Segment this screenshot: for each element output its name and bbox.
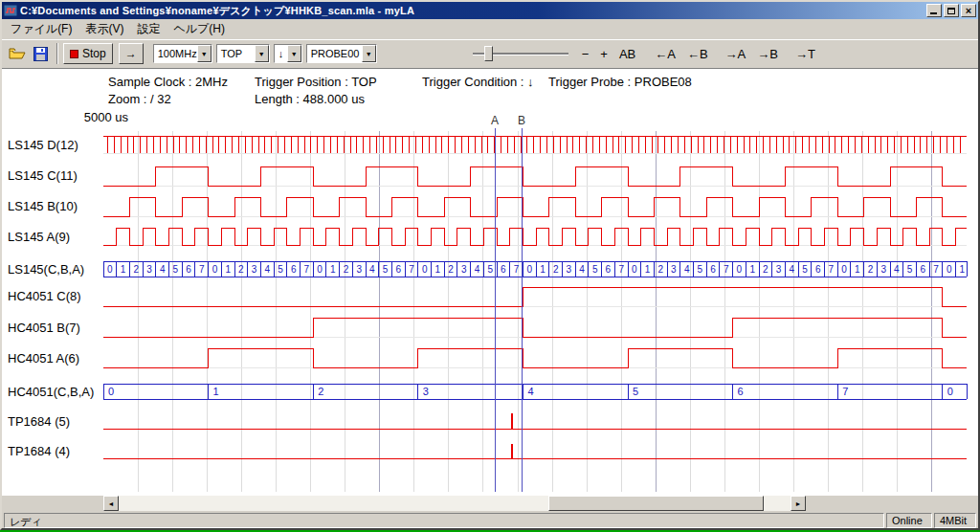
maximize-button[interactable]	[944, 4, 959, 17]
scrollbar-thumb[interactable]	[548, 496, 764, 511]
svg-text:1: 1	[855, 264, 860, 275]
stop-label: Stop	[82, 47, 106, 60]
horizontal-scrollbar[interactable]: ◄ ►	[103, 496, 806, 511]
svg-text:6: 6	[921, 264, 926, 275]
svg-text:4: 4	[369, 264, 375, 275]
sample-clock-select[interactable]: 100MHz ▼	[153, 44, 212, 63]
zoom-ab-button[interactable]: AB	[613, 43, 641, 64]
zoom-in-button[interactable]: +	[594, 43, 613, 64]
svg-text:1: 1	[960, 264, 966, 275]
trigger-position-value: TOP	[217, 45, 255, 62]
svg-text:A: A	[491, 114, 499, 127]
svg-text:6: 6	[738, 386, 744, 397]
svg-text:2: 2	[868, 264, 874, 275]
open-file-button[interactable]	[6, 43, 29, 64]
floppy-disk-icon	[33, 47, 48, 61]
scroll-right-button[interactable]: ►	[791, 496, 806, 511]
minimize-button[interactable]	[926, 4, 942, 17]
svg-text:3: 3	[146, 264, 152, 275]
statusbar: レディ Online 4MBit	[2, 511, 978, 530]
goto-cursor-b-right-button[interactable]: →B	[751, 43, 784, 64]
menu-settings[interactable]: 設定	[130, 19, 167, 39]
svg-text:6: 6	[291, 264, 297, 275]
zoom-out-button[interactable]: −	[576, 43, 595, 64]
svg-text:0: 0	[737, 264, 743, 275]
maximize-icon	[947, 8, 955, 14]
svg-text:0: 0	[212, 264, 218, 275]
channel-label: HC4051(C,B,A)	[8, 385, 94, 399]
channel-label: TP1684 (5)	[8, 414, 70, 429]
scroll-left-button[interactable]: ◄	[103, 496, 119, 511]
svg-text:5: 5	[487, 264, 493, 275]
chevron-down-icon[interactable]: ▼	[255, 45, 269, 62]
svg-text:B: B	[518, 114, 525, 127]
zoom-slider-thumb[interactable]	[484, 46, 493, 61]
svg-text:0: 0	[527, 264, 533, 275]
channel-label: LS145 B(10)	[8, 199, 78, 213]
svg-text:0: 0	[317, 264, 323, 275]
scrollbar-track[interactable]	[119, 496, 791, 511]
svg-text:1: 1	[645, 264, 651, 275]
toolbar: Stop → 100MHz ▼ TOP ▼ ↓ ▼ PROBE00 ▼ − + …	[2, 39, 978, 68]
stop-button[interactable]: Stop	[63, 43, 113, 64]
svg-text:1: 1	[330, 264, 336, 275]
channel-label: HC4051 C(8)	[8, 289, 81, 303]
svg-text:5: 5	[633, 386, 638, 397]
zoom-slider[interactable]	[473, 44, 568, 63]
svg-text:7: 7	[304, 264, 310, 275]
svg-text:7: 7	[842, 386, 848, 397]
svg-text:3: 3	[567, 264, 572, 275]
svg-text:0: 0	[841, 264, 847, 275]
svg-text:4: 4	[475, 264, 480, 275]
svg-text:6: 6	[710, 264, 716, 275]
menu-view[interactable]: 表示(V)	[78, 19, 130, 39]
channel-label: LS145(C,B,A)	[8, 262, 84, 277]
svg-text:2: 2	[553, 264, 559, 275]
svg-text:1: 1	[213, 386, 219, 397]
svg-text:6: 6	[186, 264, 191, 275]
channel-label: LS145 D(12)	[8, 138, 78, 152]
goto-trigger-button[interactable]: →T	[790, 43, 821, 64]
menu-help[interactable]: ヘルプ(H)	[167, 19, 232, 39]
svg-text:3: 3	[356, 264, 362, 275]
svg-text:2: 2	[344, 264, 349, 275]
chevron-down-icon[interactable]: ▼	[362, 45, 376, 62]
waveform-display[interactable]: 0123456701234567012345670123456701234567…	[2, 69, 978, 496]
run-button[interactable]: →	[119, 43, 144, 64]
channel-label: TP1684 (4)	[8, 444, 70, 458]
close-button[interactable]: ×	[961, 4, 976, 17]
trigger-probe-select[interactable]: PROBE00 ▼	[306, 44, 377, 63]
trigger-position-select[interactable]: TOP ▼	[216, 44, 270, 63]
svg-text:0: 0	[107, 264, 113, 275]
svg-text:7: 7	[933, 264, 939, 275]
menubar: ファイル(F) 表示(V) 設定 ヘルプ(H)	[2, 19, 978, 39]
status-online: Online	[886, 513, 932, 528]
trigger-edge-select[interactable]: ↓ ▼	[274, 44, 302, 63]
svg-text:7: 7	[409, 264, 414, 275]
svg-text:1: 1	[749, 264, 755, 275]
svg-text:3: 3	[880, 264, 886, 275]
svg-text:0: 0	[422, 264, 428, 275]
chevron-down-icon[interactable]: ▼	[287, 45, 301, 62]
trigger-edge-value: ↓	[275, 45, 287, 62]
menu-file[interactable]: ファイル(F)	[4, 19, 78, 39]
minimize-icon	[930, 12, 937, 14]
svg-text:1: 1	[540, 264, 546, 275]
goto-cursor-a-right-button[interactable]: →A	[720, 43, 752, 64]
waveform-panel: Sample Clock : 2MHz Trigger Position : T…	[2, 68, 978, 496]
toolbar-separator	[56, 43, 58, 64]
svg-text:3: 3	[423, 386, 429, 397]
titlebar[interactable]: C:¥Documents and Settings¥noname¥デスクトップ¥…	[2, 2, 978, 19]
save-button[interactable]	[29, 43, 52, 64]
channel-label: LS145 C(11)	[8, 168, 78, 183]
app-icon[interactable]	[4, 4, 17, 17]
svg-text:0: 0	[632, 264, 637, 275]
svg-text:6: 6	[606, 264, 612, 275]
chevron-down-icon[interactable]: ▼	[197, 45, 212, 62]
svg-text:7: 7	[618, 264, 624, 275]
goto-cursor-b-left-button[interactable]: ←B	[681, 43, 714, 64]
goto-cursor-a-left-button[interactable]: ←A	[649, 43, 681, 64]
channel-label: HC4051 A(6)	[8, 351, 79, 366]
svg-text:4: 4	[684, 264, 690, 275]
svg-text:5: 5	[383, 264, 389, 275]
